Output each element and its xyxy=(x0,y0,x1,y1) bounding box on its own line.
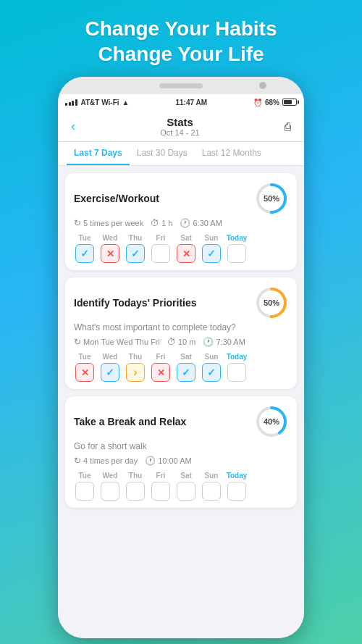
battery-percentage: 68% xyxy=(265,99,279,106)
meta-repeat-0: ↻ 5 times per week xyxy=(74,218,143,228)
clock-icon-1: ⏱ xyxy=(167,337,176,347)
meta-repeat-2: ↻ 4 times per day xyxy=(74,456,138,466)
back-button[interactable]: ‹ xyxy=(67,117,80,135)
tabs-bar: Last 7 Days Last 30 Days Last 12 Months xyxy=(58,142,304,166)
habit-name-1: Identify Todays' Priorities xyxy=(74,297,255,309)
day-col: Thu xyxy=(125,472,146,501)
day-check[interactable] xyxy=(75,482,94,501)
days-row-0: Tue✓Wed✕Thu✓FriSat✕Sun✓Today xyxy=(74,234,288,263)
day-label: Today xyxy=(227,234,248,242)
day-check[interactable]: ✓ xyxy=(177,363,195,382)
day-label: Today xyxy=(227,472,248,480)
day-label: Fri xyxy=(156,234,166,242)
habit-header-1: Identify Todays' Priorities 50% xyxy=(74,286,288,319)
day-label: Wed xyxy=(103,234,118,242)
hero-section: Change Your Habits Change Your Life xyxy=(70,0,291,77)
day-col: Fri xyxy=(150,234,172,263)
battery-icon xyxy=(282,99,297,106)
hero-line1: Change Your Habits xyxy=(85,17,277,40)
progress-circle-1: 50% xyxy=(255,286,288,319)
repeat-icon-0: ↻ xyxy=(74,218,81,228)
day-label: Fri xyxy=(156,472,166,480)
day-check[interactable] xyxy=(151,244,170,263)
day-col: Sat xyxy=(175,472,197,501)
day-check[interactable] xyxy=(101,482,119,501)
day-check[interactable] xyxy=(177,482,195,501)
day-label: Wed xyxy=(103,472,118,480)
progress-label-2: 40% xyxy=(264,417,279,426)
tab-last7[interactable]: Last 7 Days xyxy=(67,142,130,165)
day-col: Wed✓ xyxy=(99,353,121,382)
tab-last30[interactable]: Last 30 Days xyxy=(130,142,195,165)
day-col: Thu✓ xyxy=(125,234,146,263)
day-col: Today xyxy=(226,472,248,501)
nav-title-sub: Oct 14 - 21 xyxy=(160,128,199,137)
habit-card-1: Identify Todays' Priorities 50% What's m… xyxy=(65,277,297,389)
phone-camera xyxy=(259,82,266,89)
progress-circle-0: 50% xyxy=(255,182,288,215)
repeat-icon-1: ↻ xyxy=(74,337,81,347)
day-label: Sat xyxy=(180,472,192,480)
day-check[interactable] xyxy=(227,482,246,501)
tab-last12[interactable]: Last 12 Months xyxy=(195,142,269,165)
day-label: Thu xyxy=(129,353,142,361)
day-check[interactable] xyxy=(126,482,145,501)
days-row-2: TueWedThuFriSatSunToday xyxy=(74,472,288,501)
day-label: Sun xyxy=(205,353,219,361)
day-label: Fri xyxy=(156,353,166,361)
day-check[interactable]: ✓ xyxy=(126,244,145,263)
meta-duration-0: ⏱ 1 h xyxy=(151,218,172,228)
day-col: Thu› xyxy=(125,353,146,382)
day-check[interactable]: ✕ xyxy=(75,363,94,382)
clock-icon-0: ⏱ xyxy=(151,218,159,228)
day-check[interactable]: ✕ xyxy=(177,244,195,263)
habit-meta-1: ↻ Mon Tue Wed Thu Fri ⏱ 10 m 🕐 7:30 AM xyxy=(74,337,288,347)
status-right: ⏰ 68% xyxy=(253,99,297,106)
alarm-icon-0: 🕐 xyxy=(180,218,190,228)
day-label: Tue xyxy=(78,234,90,242)
day-check[interactable] xyxy=(227,244,246,263)
signal-dots xyxy=(65,99,77,106)
habit-meta-2: ↻ 4 times per day 🕐 10:00 AM xyxy=(74,456,288,466)
meta-repeat-1: ↻ Mon Tue Wed Thu Fri xyxy=(74,337,160,347)
alarm-icon: ⏰ xyxy=(253,99,262,106)
meta-duration-1: ⏱ 10 m xyxy=(167,337,195,347)
day-check[interactable]: ✓ xyxy=(202,244,221,263)
progress-circle-2: 40% xyxy=(255,405,288,438)
day-label: Wed xyxy=(103,353,118,361)
day-check[interactable] xyxy=(202,482,221,501)
habit-name-0: Exercise/Workout xyxy=(74,193,255,204)
habit-header-2: Take a Break and Relax 40% xyxy=(74,405,288,438)
phone-container: AT&T Wi-Fi ▲ 11:47 AM ⏰ 68% ‹ Stats Oct … xyxy=(58,77,304,638)
repeat-icon-2: ↻ xyxy=(74,456,81,466)
nav-bar: ‹ Stats Oct 14 - 21 ⎙ xyxy=(58,110,304,142)
day-label: Tue xyxy=(78,353,90,361)
habit-meta-0: ↻ 5 times per week ⏱ 1 h 🕐 6:30 AM xyxy=(74,218,288,228)
day-check[interactable]: ✓ xyxy=(75,244,94,263)
day-col: Sat✓ xyxy=(175,353,197,382)
day-col: Fri✕ xyxy=(150,353,172,382)
day-col: Sat✕ xyxy=(175,234,197,263)
meta-time-1: 🕐 7:30 AM xyxy=(203,337,245,347)
day-label: Thu xyxy=(129,472,142,480)
day-col: Today xyxy=(226,353,248,382)
habit-header-0: Exercise/Workout 50% xyxy=(74,182,288,215)
share-button[interactable]: ⎙ xyxy=(280,119,295,134)
day-check[interactable]: ✓ xyxy=(202,363,221,382)
screen: ‹ Stats Oct 14 - 21 ⎙ Last 7 Days Last 3… xyxy=(58,110,304,638)
progress-label-0: 50% xyxy=(264,194,279,203)
time-display: 11:47 AM xyxy=(175,99,207,106)
phone-speaker xyxy=(159,83,203,88)
day-check[interactable] xyxy=(227,363,246,382)
day-check[interactable]: ✕ xyxy=(151,363,170,382)
day-col: Tue✓ xyxy=(74,234,96,263)
day-col: Tue✕ xyxy=(74,353,96,382)
carrier-label: AT&T Wi-Fi xyxy=(81,99,119,106)
day-check[interactable] xyxy=(151,482,170,501)
days-row-1: Tue✕Wed✓Thu›Fri✕Sat✓Sun✓Today xyxy=(74,353,288,382)
day-check[interactable]: ✓ xyxy=(101,363,119,382)
habit-card-2: Take a Break and Relax 40% Go for a shor… xyxy=(65,396,297,508)
day-check[interactable]: ✕ xyxy=(101,244,119,263)
day-check[interactable]: › xyxy=(126,363,145,382)
day-col: Wed✕ xyxy=(99,234,121,263)
